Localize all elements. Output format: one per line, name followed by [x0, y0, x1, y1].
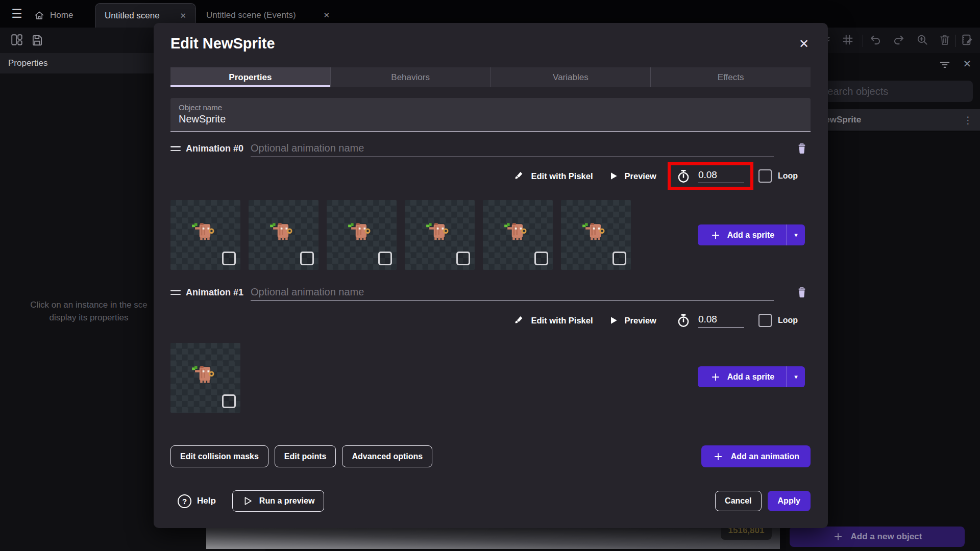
search-objects-input[interactable] — [813, 81, 973, 102]
dialog-footer: ? Help Run a preview Cancel Apply — [170, 490, 811, 512]
edit-scene-properties-icon[interactable] — [961, 33, 975, 47]
time-between-frames-field[interactable] — [671, 310, 750, 331]
grid-icon[interactable] — [841, 33, 855, 47]
edit-collision-masks-button[interactable]: Edit collision masks — [170, 445, 268, 467]
animation-1-name-field[interactable] — [251, 284, 774, 301]
run-a-preview-button[interactable]: Run a preview — [232, 490, 324, 512]
brush-icon — [514, 315, 525, 326]
loop-checkbox[interactable] — [758, 314, 772, 327]
time-between-frames-field-highlighted[interactable] — [671, 165, 750, 187]
frame-select-checkbox[interactable] — [534, 252, 548, 265]
save-icon[interactable] — [31, 33, 45, 47]
add-sprite-button[interactable]: Add a sprite ▾ — [698, 224, 805, 245]
question-icon: ? — [178, 494, 191, 508]
tab-home-label: Home — [50, 10, 73, 20]
delete-animation-1-icon[interactable] — [793, 283, 811, 302]
search-objects-field[interactable] — [813, 81, 973, 102]
tab-variables[interactable]: Variables — [491, 67, 651, 87]
tab-effects[interactable]: Effects — [651, 67, 811, 87]
main-menu-button[interactable]: ☰ — [8, 6, 26, 21]
frame-select-checkbox[interactable] — [222, 252, 236, 265]
loop-checkbox[interactable] — [758, 169, 772, 183]
animation-0-header: Animation #0 — [170, 139, 811, 158]
loop-label: Loop — [778, 316, 798, 325]
edit-with-piskel-button[interactable]: Edit with Piskel — [514, 170, 593, 182]
animation-0-frames — [170, 200, 631, 270]
kebab-menu-icon[interactable]: ⋮ — [963, 114, 973, 126]
sprite-frame-tile[interactable] — [327, 200, 397, 270]
dialog-close-icon[interactable]: ✕ — [796, 36, 812, 52]
sprite-frame-tile[interactable] — [170, 343, 240, 413]
zoom-in-icon[interactable] — [916, 33, 930, 47]
plus-icon — [710, 371, 721, 383]
edit-with-piskel-button[interactable]: Edit with Piskel — [514, 315, 593, 326]
delete-icon[interactable] — [938, 33, 952, 47]
object-name-field[interactable]: Object name — [170, 98, 811, 132]
add-sprite-dropdown-caret[interactable]: ▾ — [787, 366, 805, 387]
advanced-options-button[interactable]: Advanced options — [342, 445, 432, 467]
sprite-frame-tile[interactable] — [170, 200, 240, 270]
help-button[interactable]: ? Help — [178, 494, 216, 508]
preview-button[interactable]: Preview — [608, 315, 656, 325]
tab-home[interactable]: Home — [24, 3, 95, 28]
frame-select-checkbox[interactable] — [300, 252, 314, 265]
objects-panel-close-icon[interactable]: ✕ — [961, 57, 974, 70]
cancel-button[interactable]: Cancel — [715, 491, 761, 511]
sprite-frame-tile[interactable] — [561, 200, 631, 270]
time-between-frames-input[interactable] — [698, 314, 744, 325]
animation-1-frames — [170, 343, 240, 413]
pig-sprite-image — [424, 218, 455, 249]
animation-0-name-input[interactable] — [251, 140, 774, 157]
stopwatch-icon — [676, 313, 691, 328]
frame-select-checkbox[interactable] — [612, 252, 626, 265]
animation-1-label: Animation #1 — [186, 287, 243, 298]
frame-select-checkbox[interactable] — [378, 252, 392, 265]
stopwatch-icon — [676, 168, 691, 184]
redo-icon[interactable] — [892, 33, 906, 47]
animation-1-header: Animation #1 — [170, 283, 811, 302]
apply-button[interactable]: Apply — [768, 491, 811, 511]
pig-sprite-image — [580, 218, 611, 249]
undo-icon[interactable] — [869, 33, 883, 47]
loop-label: Loop — [778, 171, 798, 181]
animation-1-name-input[interactable] — [251, 284, 774, 300]
animation-1-controls: Edit with Piskel Preview Loop — [170, 306, 811, 335]
edit-object-dialog: Edit NewSprite ✕ Properties Behaviors Va… — [154, 23, 828, 528]
play-icon — [608, 171, 619, 181]
tab-behaviors[interactable]: Behaviors — [331, 67, 491, 87]
close-icon[interactable]: ✕ — [323, 11, 330, 20]
tab-properties[interactable]: Properties — [170, 67, 331, 87]
drag-handle-icon[interactable] — [170, 146, 181, 151]
toolbar-divider — [863, 35, 863, 47]
preview-button[interactable]: Preview — [608, 171, 656, 181]
drag-handle-icon[interactable] — [170, 290, 181, 295]
filter-icon[interactable] — [938, 58, 951, 71]
dialog-tab-bar: Properties Behaviors Variables Effects — [170, 67, 811, 87]
add-an-animation-button[interactable]: Add an animation — [701, 445, 811, 467]
object-name-input[interactable] — [179, 113, 485, 125]
time-between-frames-input[interactable] — [698, 169, 744, 181]
sprite-frame-tile[interactable] — [405, 200, 475, 270]
edit-points-button[interactable]: Edit points — [275, 445, 336, 467]
sprite-frame-tile[interactable] — [483, 200, 553, 270]
tab-scene-label: Untitled scene — [105, 11, 160, 21]
add-new-object-button[interactable]: Add a new object — [790, 527, 965, 547]
open-editors-panel-button[interactable] — [10, 33, 24, 47]
frame-select-checkbox[interactable] — [222, 394, 236, 408]
add-sprite-button[interactable]: Add a sprite ▾ — [698, 366, 805, 387]
add-sprite-dropdown-caret[interactable]: ▾ — [787, 224, 805, 245]
animation-0-controls: Edit with Piskel Preview Loop — [170, 162, 811, 190]
dialog-secondary-actions: Edit collision masks Edit points Advance… — [170, 445, 811, 467]
delete-animation-0-icon[interactable] — [793, 139, 811, 158]
frame-select-checkbox[interactable] — [456, 252, 470, 265]
sprite-frame-tile[interactable] — [249, 200, 318, 270]
properties-empty-message: Click on an instance in the sce display … — [0, 298, 178, 324]
gdevelop-app: ☰ Home Untitled scene ✕ Untitled scene (… — [0, 0, 980, 551]
close-icon[interactable]: ✕ — [180, 11, 186, 20]
play-icon — [608, 315, 619, 325]
pig-sprite-image — [190, 361, 220, 392]
plus-icon — [832, 531, 844, 542]
object-name-label: Object name — [179, 103, 802, 112]
animation-0-name-field[interactable] — [251, 140, 774, 157]
plus-icon — [710, 230, 721, 241]
